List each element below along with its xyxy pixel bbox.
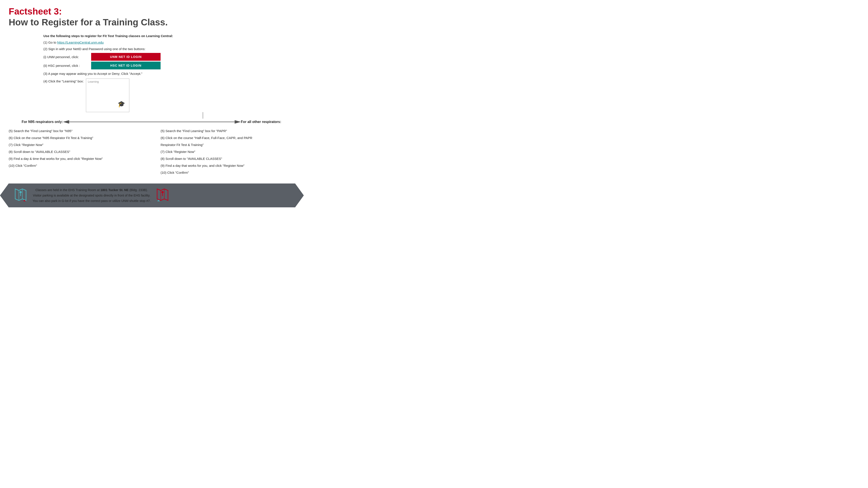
step2ii-label: (ii) HSC personnel, click : (43, 64, 91, 67)
other-step5: (5) Search the "Find Learning" box for "… (161, 129, 227, 133)
footer-line3: You can also park in G-lot if you have t… (33, 199, 151, 202)
other-step8: (8) Scroll down to "AVAILABLE CLASSES" (161, 157, 222, 161)
n95-steps: (5) Search the "Find Learning" box for "… (9, 128, 152, 177)
footer-banner: Classes are held in the EHS Training Roo… (0, 184, 304, 207)
learning-box-title: Learning (86, 79, 129, 83)
n95-step9: (9) Find a day & time that works for you… (9, 157, 103, 161)
page-title-line1: Factsheet 3: (9, 6, 295, 17)
n95-step10: (10) Click "Confirm" (9, 164, 37, 167)
other-step9: (9) Find a day that works for you, and c… (161, 164, 245, 167)
learning-box[interactable]: Learning 🎓 (86, 78, 129, 112)
svg-point-6 (20, 191, 22, 193)
step1-text: (1) Go to (43, 40, 57, 44)
other-respirators-label: For all other respirators: (241, 120, 295, 124)
bidirectional-arrow (63, 119, 241, 125)
footer-address: 1801 Tucker St. NE (100, 188, 129, 192)
step3-text: (3) A page may appear asking you to Acce… (43, 72, 142, 75)
svg-marker-3 (235, 120, 241, 124)
n95-step7: (7) Click "Register Now" (9, 143, 43, 147)
hsc-netid-login-button[interactable]: HSC NET ID LOGIN (91, 62, 161, 69)
footer-line2: Visitor parking is available at the desi… (33, 194, 150, 197)
svg-marker-1 (63, 120, 69, 124)
footer-line1-end: (Bldg. 233B). (128, 188, 148, 192)
step2-text: (2) Sign in with your NetID and Password… (43, 47, 145, 51)
graduation-cap-icon: 🎓 (118, 100, 125, 107)
learning-central-link[interactable]: https://LearningCentral.unm.edu (57, 40, 103, 44)
n95-step8: (8) Scroll down to "AVAILABLE CLASSES" (9, 150, 70, 154)
step4-label: (4) Click the "Learning" box: (43, 78, 84, 83)
intro-bold: Use the following steps to register for … (43, 34, 173, 38)
vertical-connector (203, 112, 203, 119)
n95-label: For N95 respirators only: (9, 120, 63, 124)
other-respirators-steps: (5) Search the "Find Learning" box for "… (152, 128, 295, 177)
unm-netid-login-button[interactable]: UNM NET ID LOGIN (91, 53, 161, 61)
other-step10: (10) Click "Confirm" (161, 171, 189, 174)
other-step6b: Respirator Fit Test & Training" (161, 143, 204, 147)
other-step7: (7) Click "Register Now" (161, 150, 195, 154)
other-step6a: (6) Click on the course "Half-Face, Full… (161, 136, 252, 140)
step2i-label: (i) UNM personnel, click: (43, 55, 91, 59)
footer-line1-start: Classes are held in the EHS Training Roo… (35, 188, 100, 192)
map-pin-right-icon (155, 188, 170, 203)
n95-step6: (6) Click on the course "N95 Respirator … (9, 136, 93, 140)
map-pin-left-icon (13, 188, 28, 203)
svg-point-10 (161, 191, 164, 193)
footer-text: Classes are held in the EHS Training Roo… (33, 187, 151, 203)
page-title-line2: How to Register for a Training Class. (9, 18, 295, 27)
n95-step5: (5) Search the "Find Learning" box for "… (9, 129, 72, 133)
